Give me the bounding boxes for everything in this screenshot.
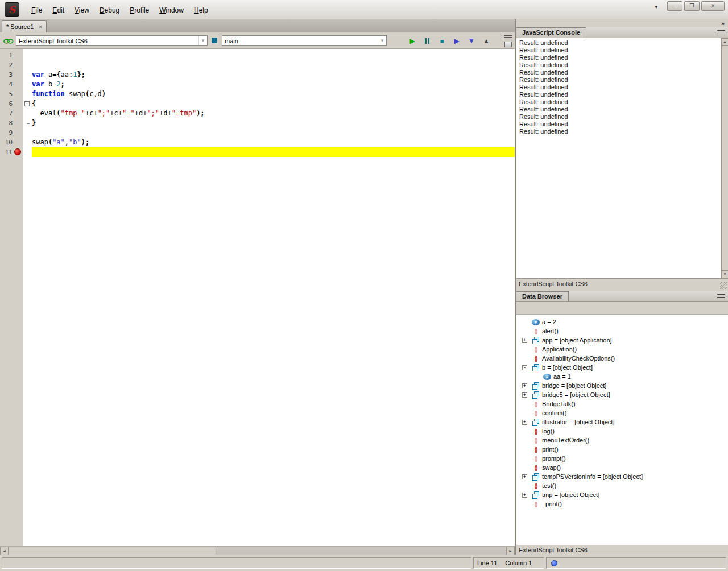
menu-view[interactable]: View [69,5,94,15]
code-line[interactable]: { [32,99,515,109]
tree-item[interactable]: ()log() [516,427,728,436]
expand-icon[interactable]: + [522,383,532,388]
data-browser-header[interactable]: Data Browser [516,291,728,302]
step-out-button[interactable]: ▲ [479,35,494,47]
expand-icon[interactable]: + [522,493,532,498]
line-number[interactable]: 2 [0,60,23,70]
fold-collapse-icon[interactable] [24,101,30,106]
tree-item[interactable]: ()menuTextOrder() [516,436,728,445]
code-line[interactable]: eval("tmp="+c+";"+c+"="+d+";"+d+"=tmp"); [32,109,515,118]
line-number[interactable]: 9 [0,128,23,138]
scroll-down-icon[interactable]: ▼ [721,271,728,278]
menu-edit[interactable]: Edit [47,5,69,15]
code-line[interactable]: function swap(c,d) [32,89,515,99]
editor-hscrollbar[interactable]: ◄ ► [0,546,515,555]
code-line[interactable]: swap("a","b"); [32,138,515,147]
expander-box[interactable]: + [522,474,527,479]
line-number[interactable]: 4 [0,80,23,89]
tree-item[interactable]: #aa = 1 [516,372,728,381]
expand-icon[interactable]: + [522,392,532,398]
stop-button[interactable]: ■ [435,35,449,47]
menu-window[interactable]: Window [154,5,189,15]
close-icon[interactable]: × [39,24,42,30]
menu-debug[interactable]: Debug [94,5,125,15]
scroll-right-icon[interactable]: ► [506,547,515,555]
expander-box[interactable]: - [522,365,527,370]
code-line[interactable] [32,147,515,157]
tree-item[interactable]: ()swap() [516,463,728,472]
expander-box[interactable]: + [522,392,527,398]
step-over-button[interactable]: ▶ [449,35,464,47]
close-button[interactable]: ✕ [701,1,725,11]
scrollbar-thumb[interactable] [9,547,216,555]
tree-item[interactable]: ()alert() [516,326,728,336]
code-line[interactable] [32,51,515,60]
tree-item[interactable]: +tempPSVersionInfo = [object Object] [516,472,728,481]
editor-line: 11 [0,147,515,157]
panel-menu-icon[interactable] [717,294,725,299]
collapse-icon[interactable]: - [522,365,532,370]
run-button[interactable]: ▶ [405,35,420,47]
code-line[interactable]: var a={aa:1}; [32,70,515,80]
pause-button[interactable] [420,35,435,47]
split-view-icon[interactable] [504,42,512,47]
tab-source1[interactable]: * Source1 × [2,20,47,32]
menu-profile[interactable]: Profile [125,5,154,15]
chevron-down-icon[interactable]: ▾ [198,36,207,45]
restore-button[interactable]: ❐ [684,1,700,11]
tree-item[interactable]: ()Application() [516,345,728,354]
target-app-select[interactable]: ExtendScript Toolkit CS6 ▾ [16,35,208,46]
collapse-panels-icon[interactable]: » [721,20,725,27]
breakpoint-icon[interactable] [14,148,21,155]
menu-help[interactable]: Help [189,5,213,15]
editor[interactable]: 123var a={aa:1};4var b=2;5function swap(… [0,49,515,546]
console-scrollbar[interactable]: ▲ ▼ [721,38,728,278]
expander-box[interactable]: + [522,420,527,425]
expand-icon[interactable]: + [522,338,532,343]
flyout-menu-icon[interactable] [504,34,512,39]
line-number[interactable]: 8 [0,118,23,128]
menu-file[interactable]: File [26,5,47,15]
line-number[interactable]: 11 [0,147,23,157]
chevron-down-icon[interactable]: ▾ [378,36,386,45]
code-line[interactable]: } [32,118,515,128]
line-number[interactable]: 6 [0,99,23,109]
expand-icon[interactable]: + [522,420,532,425]
line-number[interactable]: 3 [0,70,23,80]
tree-item[interactable]: ()print() [516,445,728,454]
scroll-up-icon[interactable]: ▲ [721,38,728,45]
code-line[interactable]: var b=2; [32,80,515,89]
tree-item[interactable]: ()test() [516,481,728,490]
tree-item[interactable]: ()_print() [516,499,728,508]
tree-item[interactable]: +illustrator = [object Object] [516,417,728,427]
minimize-button[interactable]: ─ [667,1,682,11]
code-line[interactable] [32,128,515,138]
overflow-arrow-icon[interactable]: ▾ [655,4,657,10]
panel-menu-icon[interactable] [717,30,725,35]
engine-select[interactable]: main ▾ [222,35,387,46]
expander-box[interactable]: + [522,383,527,388]
tree-item[interactable]: +tmp = [object Object] [516,490,728,499]
tree-item[interactable]: ()AvailabilityCheckOptions() [516,354,728,363]
line-number[interactable]: 7 [0,109,23,118]
console-panel-header[interactable]: JavaScript Console [516,27,728,38]
resize-grip[interactable] [720,282,727,289]
line-number[interactable]: 5 [0,89,23,99]
line-number[interactable]: 1 [0,51,23,60]
tree-item[interactable]: +bridge5 = [object Object] [516,390,728,399]
scroll-left-icon[interactable]: ◄ [0,547,9,555]
expander-box[interactable]: + [522,338,527,343]
step-into-button[interactable]: ▼ [464,35,479,47]
tree-item[interactable]: -b = [object Object] [516,363,728,372]
expand-icon[interactable]: + [522,474,532,479]
code-line[interactable] [32,60,515,70]
line-number[interactable]: 10 [0,138,23,147]
tree-item[interactable]: #a = 2 [516,317,728,326]
tree-item[interactable]: ()confirm() [516,408,728,417]
tree-item[interactable]: ()prompt() [516,454,728,463]
expander-box[interactable]: + [522,493,527,498]
tree-item[interactable]: +app = [object Application] [516,336,728,345]
tree-item[interactable]: ()BridgeTalk() [516,399,728,408]
tree-item[interactable]: +bridge = [object Object] [516,381,728,390]
scrollbar-thumb[interactable] [721,45,728,271]
